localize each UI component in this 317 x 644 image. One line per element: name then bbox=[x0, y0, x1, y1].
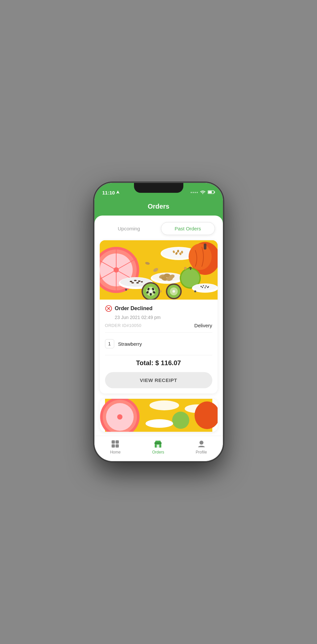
svg-point-67 bbox=[125, 289, 127, 291]
svg-point-57 bbox=[205, 285, 207, 287]
order-divider-2 bbox=[105, 355, 212, 355]
order-status: Order Declined bbox=[105, 305, 212, 312]
svg-rect-3 bbox=[208, 191, 212, 193]
nav-label-orders: Orders bbox=[152, 450, 164, 454]
time-display: 11:10 bbox=[102, 190, 115, 195]
signal-dots bbox=[191, 192, 198, 193]
notch bbox=[134, 183, 183, 193]
profile-icon bbox=[197, 439, 206, 449]
svg-point-60 bbox=[204, 287, 206, 288]
order-total: Total: $ 116.07 bbox=[105, 359, 212, 367]
svg-rect-82 bbox=[116, 444, 119, 448]
svg-rect-39 bbox=[190, 267, 191, 270]
svg-point-20 bbox=[189, 244, 212, 270]
tab-bar: Upcoming Past Orders bbox=[94, 216, 223, 240]
svg-point-24 bbox=[130, 281, 132, 282]
nav-label-profile: Profile bbox=[196, 450, 207, 454]
svg-point-77 bbox=[172, 412, 189, 429]
svg-point-65 bbox=[160, 290, 162, 292]
order-meta: ORDER ID#10050 Delivery bbox=[105, 323, 212, 328]
svg-point-56 bbox=[203, 285, 204, 286]
svg-rect-79 bbox=[112, 440, 115, 444]
nav-label-home: Home bbox=[110, 450, 120, 454]
svg-point-61 bbox=[207, 287, 208, 288]
order-card: Order Declined 23 Jun 2021 02:49 pm ORDE… bbox=[100, 240, 218, 394]
svg-point-64 bbox=[184, 267, 187, 270]
order-card-preview bbox=[100, 399, 218, 432]
order-item-row: 1 Strawberry bbox=[105, 338, 212, 350]
svg-point-29 bbox=[141, 281, 143, 282]
svg-rect-81 bbox=[112, 444, 115, 448]
header-title: Orders bbox=[148, 203, 170, 210]
phone-frame: 11:10 bbox=[94, 183, 223, 461]
item-qty: 1 bbox=[105, 339, 114, 348]
wifi-icon bbox=[200, 190, 206, 195]
order-items: 1 Strawberry bbox=[105, 335, 212, 352]
svg-point-78 bbox=[145, 419, 173, 428]
svg-point-43 bbox=[149, 290, 152, 293]
view-receipt-button[interactable]: VIEW RECEIPT bbox=[105, 372, 212, 388]
svg-point-73 bbox=[117, 414, 122, 420]
location-arrow-icon bbox=[116, 190, 119, 194]
fruit-scene-svg bbox=[100, 240, 218, 300]
content-area: Upcoming Past Orders bbox=[94, 216, 223, 436]
svg-point-11 bbox=[114, 267, 119, 273]
declined-icon bbox=[105, 305, 112, 312]
svg-rect-21 bbox=[204, 244, 206, 249]
svg-point-26 bbox=[138, 280, 141, 282]
svg-rect-86 bbox=[154, 443, 162, 443]
svg-point-59 bbox=[202, 287, 203, 288]
home-icon bbox=[111, 439, 120, 449]
svg-point-66 bbox=[194, 290, 196, 292]
svg-rect-85 bbox=[157, 445, 159, 448]
svg-point-74 bbox=[149, 400, 179, 410]
order-details: Order Declined 23 Jun 2021 02:49 pm ORDE… bbox=[100, 300, 218, 394]
order-type: Delivery bbox=[194, 323, 212, 328]
nav-item-profile[interactable]: Profile bbox=[196, 439, 207, 454]
svg-point-48 bbox=[150, 293, 152, 296]
svg-point-52 bbox=[172, 290, 175, 293]
svg-point-87 bbox=[199, 441, 203, 445]
status-icons bbox=[191, 190, 215, 195]
status-time: 11:10 bbox=[102, 190, 119, 195]
phone-screen: 11:10 bbox=[94, 183, 223, 461]
svg-rect-2 bbox=[214, 191, 215, 193]
order-id: ORDER ID#10050 bbox=[105, 323, 142, 328]
battery-icon bbox=[208, 190, 215, 195]
item-name: Strawberry bbox=[118, 341, 142, 347]
tab-upcoming[interactable]: Upcoming bbox=[102, 222, 156, 235]
tab-past-orders[interactable]: Past Orders bbox=[161, 222, 215, 235]
preview-fruit-svg bbox=[100, 399, 218, 432]
order-image bbox=[100, 240, 218, 300]
nav-item-home[interactable]: Home bbox=[110, 439, 120, 454]
order-date: 23 Jun 2021 02:49 pm bbox=[105, 315, 212, 320]
svg-point-25 bbox=[134, 280, 137, 281]
order-status-text: Order Declined bbox=[115, 306, 153, 311]
orders-icon bbox=[153, 439, 163, 449]
nav-item-orders[interactable]: Orders bbox=[152, 439, 164, 454]
svg-point-27 bbox=[131, 282, 134, 283]
svg-rect-80 bbox=[116, 440, 119, 444]
svg-point-55 bbox=[200, 286, 202, 287]
svg-point-0 bbox=[202, 193, 203, 194]
bottom-nav: Home Orders bbox=[94, 436, 223, 461]
svg-point-28 bbox=[136, 282, 139, 283]
order-divider bbox=[105, 332, 212, 333]
